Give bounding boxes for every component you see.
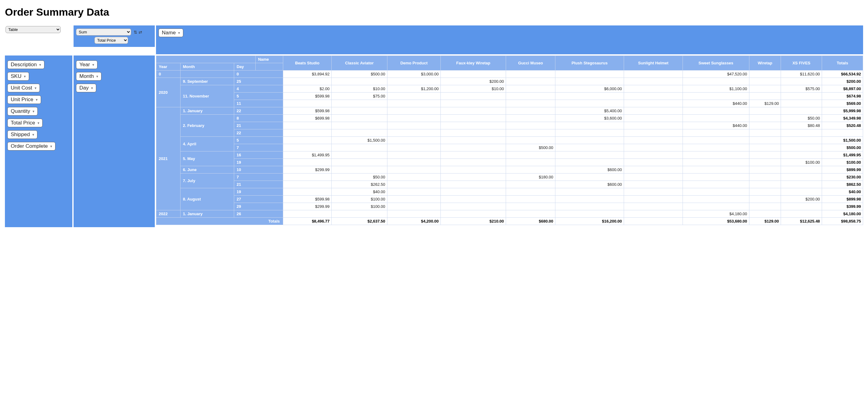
col-total: $12,625.48 (781, 218, 822, 225)
row-header-day[interactable]: 7 (234, 144, 283, 151)
row-header-month[interactable]: 9. September (180, 78, 234, 85)
col-header[interactable]: Sunlight Helmet (624, 56, 683, 70)
col-header[interactable]: XS FIVES (781, 56, 822, 70)
row-header-day[interactable]: 8 (234, 115, 283, 122)
row-field-pill[interactable]: Year▼ (76, 60, 97, 69)
row-header-year[interactable]: 2020 (156, 78, 181, 107)
row-header-day[interactable]: 22 (234, 107, 283, 115)
col-field-pill-name[interactable]: Name ▼ (158, 29, 183, 37)
row-header-year[interactable]: 0 (156, 70, 181, 78)
row-header-month[interactable]: 1. January (180, 107, 234, 115)
cell (332, 129, 388, 137)
cell (441, 151, 506, 159)
column-drop-area[interactable]: Name ▼ (156, 25, 863, 54)
row-total: $1,500.00 (822, 137, 863, 144)
row-header-day[interactable]: 4 (234, 85, 283, 93)
unused-field-pill[interactable]: Total Price▼ (7, 119, 42, 127)
table-row: 29$299.99$100.00$399.99 (156, 203, 863, 210)
row-header-day[interactable]: 27 (234, 196, 283, 203)
row-header-month[interactable] (180, 70, 234, 78)
row-header-day[interactable]: 7 (234, 174, 283, 181)
col-header[interactable]: Plush Stegosaurus (555, 56, 624, 70)
row-header-day[interactable]: 19 (234, 159, 283, 166)
row-total: $569.00 (822, 100, 863, 107)
row-header-year[interactable]: 2022 (156, 210, 181, 218)
chevron-down-icon: ▼ (50, 145, 53, 148)
value-field-select[interactable]: Total Price (94, 37, 128, 44)
aggregator-select[interactable]: Sum (76, 29, 131, 36)
unused-field-pill[interactable]: Unit Cost▼ (7, 84, 40, 92)
cell (624, 210, 683, 218)
cell: $599.98 (283, 93, 331, 100)
row-header-month[interactable]: 4. April (180, 137, 234, 151)
col-header[interactable]: Demo Product (387, 56, 441, 70)
cell (506, 137, 555, 144)
row-header-month[interactable]: 2. February (180, 115, 234, 137)
row-total: $899.98 (822, 196, 863, 203)
row-header-day[interactable]: 29 (234, 203, 283, 210)
row-header-day[interactable]: 21 (234, 181, 283, 188)
row-header-month[interactable]: 1. January (180, 210, 234, 218)
cell (683, 93, 749, 100)
row-header-day[interactable]: 0 (234, 70, 283, 78)
row-header-month[interactable]: 6. June (180, 166, 234, 174)
unused-field-pill[interactable]: Quantity▼ (7, 107, 38, 116)
unused-field-pill[interactable]: Order Complete▼ (7, 142, 56, 151)
row-header-day[interactable]: 11 (234, 100, 283, 107)
col-header[interactable]: Faux-kley Wiretap (441, 56, 506, 70)
row-header-day[interactable]: 5 (234, 93, 283, 100)
row-header-day[interactable]: 16 (234, 151, 283, 159)
unused-field-pill[interactable]: Shipped▼ (7, 130, 37, 139)
cell: $100.00 (332, 196, 388, 203)
cell: $299.99 (283, 203, 331, 210)
pivot-table-wrap: NameBeats StudioClassic AviatorDemo Prod… (156, 56, 863, 225)
unused-field-pill[interactable]: Unit Price▼ (7, 95, 41, 104)
cell: $80.48 (781, 122, 822, 129)
row-header-day[interactable]: 25 (234, 78, 283, 85)
row-header-day[interactable]: 5 (234, 137, 283, 144)
row-header-month[interactable]: 11. November (180, 85, 234, 107)
row-header-day[interactable]: 21 (234, 122, 283, 129)
row-header-month[interactable]: 7. July (180, 174, 234, 188)
row-field-pill[interactable]: Day▼ (76, 84, 96, 92)
cell (506, 188, 555, 196)
cell: $40.00 (332, 188, 388, 196)
row-header-day[interactable]: 19 (234, 188, 283, 196)
row-total: $100.00 (822, 159, 863, 166)
cell (387, 107, 441, 115)
unused-field-pill-label: Unit Price (11, 96, 33, 103)
col-header[interactable]: Sweet Sunglasses (683, 56, 749, 70)
renderer-select[interactable]: Table (5, 26, 61, 33)
cell (506, 70, 555, 78)
row-header-day[interactable]: 26 (234, 210, 283, 218)
cell: $699.98 (283, 115, 331, 122)
cell: $575.00 (781, 85, 822, 93)
unused-fields-panel[interactable]: Description▼SKU▼Unit Cost▼Unit Price▼Qua… (5, 56, 72, 227)
col-header[interactable]: Gucci Museo (506, 56, 555, 70)
row-header-day[interactable]: 22 (234, 129, 283, 137)
row-fields-panel[interactable]: Year▼Month▼Day▼ (73, 56, 155, 227)
unused-field-pill[interactable]: SKU▼ (7, 72, 29, 81)
row-header-year[interactable]: 2021 (156, 107, 181, 210)
table-row: 21$262.50$600.00$862.50 (156, 181, 863, 188)
unused-field-pill[interactable]: Description▼ (7, 60, 44, 69)
row-total: $8,897.00 (822, 85, 863, 93)
col-header[interactable]: Classic Aviator (332, 56, 388, 70)
row-header-month[interactable]: 5. May (180, 151, 234, 166)
unused-field-pill-label: Description (11, 62, 37, 68)
page-title: Order Summary Data (5, 6, 863, 18)
cell: $2.00 (283, 85, 331, 93)
cell (555, 196, 624, 203)
row-field-pill[interactable]: Month▼ (76, 72, 101, 81)
sort-col-icon[interactable]: ⇄ (138, 30, 142, 35)
col-header[interactable]: Beats Studio (283, 56, 331, 70)
sort-row-icon[interactable]: ⇅ (134, 30, 137, 35)
cell (624, 70, 683, 78)
table-row: 21$440.00$80.48$520.48 (156, 122, 863, 129)
col-header[interactable]: Wiretap (749, 56, 781, 70)
sort-arrows[interactable]: ⇅ ⇄ (134, 30, 142, 35)
row-total: $899.99 (822, 166, 863, 174)
row-header-day[interactable]: 10 (234, 166, 283, 174)
table-row: 11$440.00$129.00$569.00 (156, 100, 863, 107)
row-header-month[interactable]: 8. August (180, 188, 234, 210)
